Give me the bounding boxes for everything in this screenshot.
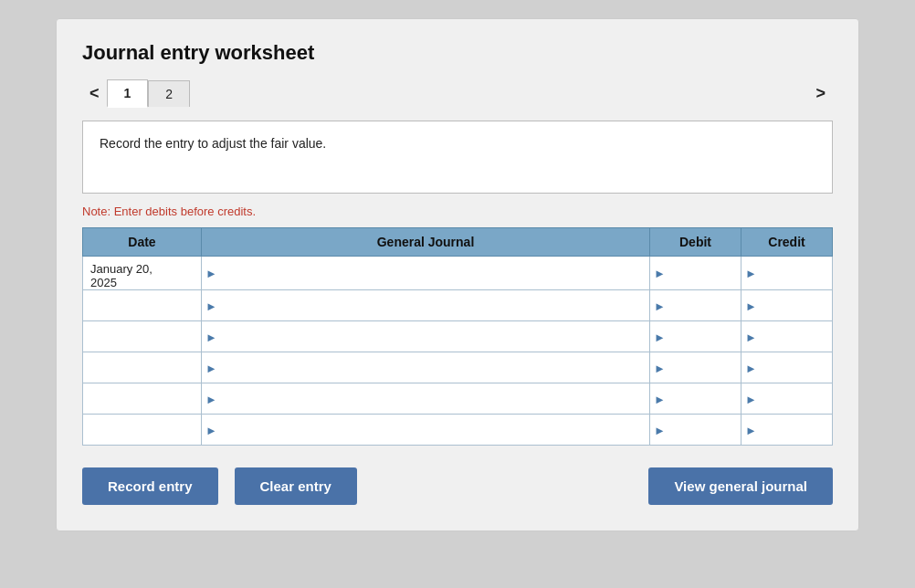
tab-2[interactable]: 2 [148,80,190,107]
buttons-row: Record entry Clear entry View general jo… [82,467,833,505]
date-cell-4 [83,352,202,383]
date-cell-3 [83,321,202,352]
arrow-icon-4: ► [205,361,217,374]
date-cell-2 [83,290,202,321]
date-cell-6 [83,415,202,446]
arrow-icon-2: ► [205,299,217,312]
credit-cell-2[interactable]: ► [741,290,833,321]
debit-cell-5[interactable]: ► [650,383,741,415]
arrow-icon-d3: ► [654,330,666,343]
main-card: Journal entry worksheet < 1 2 > Record t… [56,18,859,531]
table-row: January 20,2025 ► ► ► [83,257,833,290]
date-cell-1: January 20,2025 [83,257,202,290]
arrow-icon-d4: ► [654,361,666,374]
table-row: ► ► ► [83,352,833,383]
arrow-icon-c1: ► [745,267,757,280]
instruction-text: Record the entry to adjust the fair valu… [100,136,326,151]
journal-cell-5[interactable]: ► [202,383,650,415]
record-entry-button[interactable]: Record entry [82,467,218,505]
arrow-icon-c2: ► [745,299,757,312]
view-general-journal-button[interactable]: View general journal [648,467,833,505]
debit-cell-4[interactable]: ► [650,352,741,383]
col-date: Date [83,228,202,257]
credit-cell-6[interactable]: ► [741,415,833,446]
journal-cell-2[interactable]: ► [202,290,650,321]
page-title: Journal entry worksheet [82,41,833,65]
journal-cell-6[interactable]: ► [202,415,650,446]
tabs-row: < 1 2 > [82,79,833,108]
credit-cell-4[interactable]: ► [741,352,833,383]
table-row: ► ► ► [83,415,833,446]
clear-entry-button[interactable]: Clear entry [235,467,357,505]
tab-1[interactable]: 1 [107,79,149,108]
arrow-icon-3: ► [205,330,217,343]
next-nav-button[interactable]: > [808,80,833,107]
credit-cell-3[interactable]: ► [741,321,833,352]
table-row: ► ► ► [83,321,833,352]
arrow-icon-d1: ► [654,267,666,280]
table-row: ► ► ► [83,290,833,321]
prev-nav-button[interactable]: < [82,80,107,107]
debit-cell-6[interactable]: ► [650,415,741,446]
credit-cell-1[interactable]: ► [741,257,833,290]
arrow-icon-5: ► [205,392,217,405]
instruction-box: Record the entry to adjust the fair valu… [82,121,833,194]
arrow-icon-6: ► [205,423,217,436]
arrow-icon-c3: ► [745,330,757,343]
arrow-icon-c5: ► [745,392,757,405]
debit-cell-3[interactable]: ► [650,321,741,352]
col-debit: Debit [650,228,741,257]
debit-cell-1[interactable]: ► [650,257,741,290]
table-row: ► ► ► [83,383,833,415]
credit-cell-5[interactable]: ► [741,383,833,415]
note-text: Note: Enter debits before credits. [82,205,833,218]
col-credit: Credit [741,228,833,257]
journal-cell-4[interactable]: ► [202,352,650,383]
arrow-icon-1: ► [205,267,217,280]
journal-table: Date General Journal Debit Credit Januar… [82,227,833,446]
journal-cell-1[interactable]: ► [202,257,650,290]
arrow-icon-c4: ► [745,361,757,374]
arrow-icon-d2: ► [654,299,666,312]
col-journal: General Journal [202,228,650,257]
arrow-icon-d5: ► [654,392,666,405]
journal-cell-3[interactable]: ► [202,321,650,352]
arrow-icon-d6: ► [654,423,666,436]
date-cell-5 [83,383,202,415]
arrow-icon-c6: ► [745,423,757,436]
debit-cell-2[interactable]: ► [650,290,741,321]
